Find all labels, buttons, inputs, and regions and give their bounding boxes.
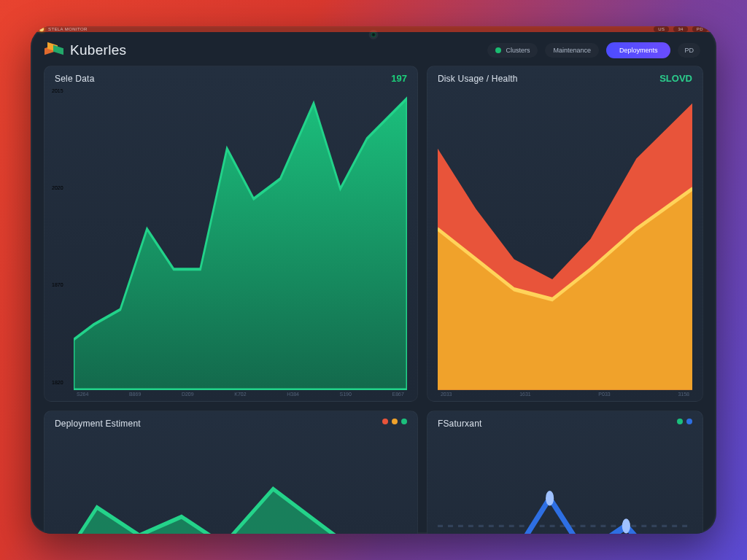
card-deployment-title: Deployment Estiment: [55, 419, 407, 429]
card-deployment-chart: [55, 433, 407, 534]
camera-notch: [371, 32, 376, 37]
legend-dot-icon: [677, 419, 683, 424]
xtick: P033: [598, 392, 610, 397]
xtick: H384: [287, 392, 299, 397]
nav-clusters[interactable]: Clusters: [487, 43, 538, 58]
card-sales-chart: [74, 88, 407, 390]
card-fsat-legend: [677, 419, 692, 424]
nav-profile-label: PD: [684, 47, 694, 54]
card-sales-metric: 197: [391, 73, 407, 84]
nav-deployments-label: Deployments: [619, 47, 658, 54]
xtick: 3158: [678, 392, 689, 397]
dashboard-grid: Sele Data 197 2015 2020 1870 1820: [31, 66, 716, 534]
card-deployment-legend: [382, 419, 407, 424]
status-chip-1: US: [654, 26, 669, 32]
status-green-icon: [495, 47, 501, 53]
logo-cube-icon: [47, 42, 63, 58]
card-sales-title: Sele Data: [55, 74, 407, 84]
status-left: STELA MONITOR: [48, 27, 88, 31]
card-deployment: Deployment Estiment 2041 9113 7282 4311 …: [44, 411, 418, 534]
legend-dot-icon: [392, 419, 398, 424]
ytick: 2020: [52, 185, 63, 190]
legend-dot-icon: [686, 419, 692, 424]
card-sales-yaxis: 2015 2020 1870 1820: [52, 88, 63, 385]
svg-point-3: [546, 491, 554, 505]
nav-maintenance[interactable]: Maintenance: [545, 43, 599, 58]
ytick: 2015: [52, 88, 63, 93]
xtick: B869: [129, 392, 141, 397]
svg-point-4: [622, 518, 630, 533]
xtick: K702: [234, 392, 246, 397]
ytick: 1820: [52, 380, 63, 385]
legend-dot-icon: [401, 419, 407, 424]
xtick: 2033: [441, 392, 452, 397]
status-dot-icon: [39, 27, 44, 31]
brand-title: Kuberles: [70, 42, 126, 58]
xtick: 1631: [519, 392, 531, 397]
device-frame: STELA MONITOR US 34 PD Kuberles Clusters…: [31, 26, 716, 534]
legend-dot-icon: [382, 419, 388, 424]
card-fsat-title: FSaturxant: [438, 419, 692, 429]
card-disk: Disk Usage / Health SLOVD 2033 1631 P033…: [427, 66, 703, 402]
nav-clusters-label: Clusters: [506, 47, 530, 54]
card-disk-title: Disk Usage / Health: [438, 74, 692, 84]
xtick: S190: [340, 392, 352, 397]
card-disk-chart: [438, 88, 692, 390]
nav-maintenance-label: Maintenance: [553, 47, 591, 54]
xtick: D209: [182, 392, 194, 397]
status-chip-2: 34: [673, 26, 687, 32]
card-sales-xaxis: S264 B869 D209 K702 H384 S190 E867: [74, 390, 407, 397]
status-bar: STELA MONITOR US 34 PD: [31, 26, 716, 32]
ytick: 1870: [52, 282, 63, 287]
card-disk-xaxis: 2033 1631 P033 3158: [438, 390, 692, 397]
xtick: S264: [77, 392, 88, 397]
xtick: E867: [392, 392, 403, 397]
card-sales: Sele Data 197 2015 2020 1870 1820: [44, 66, 418, 402]
card-disk-metric: SLOVD: [659, 73, 692, 84]
nav-profile[interactable]: PD: [678, 43, 700, 58]
nav-deployments-button[interactable]: Deployments: [606, 42, 671, 58]
status-chip-3: PD: [692, 26, 708, 32]
card-fsat-chart: [438, 433, 692, 534]
card-fsat: FSaturxant 2033 1631 P033 3158: [427, 411, 703, 534]
